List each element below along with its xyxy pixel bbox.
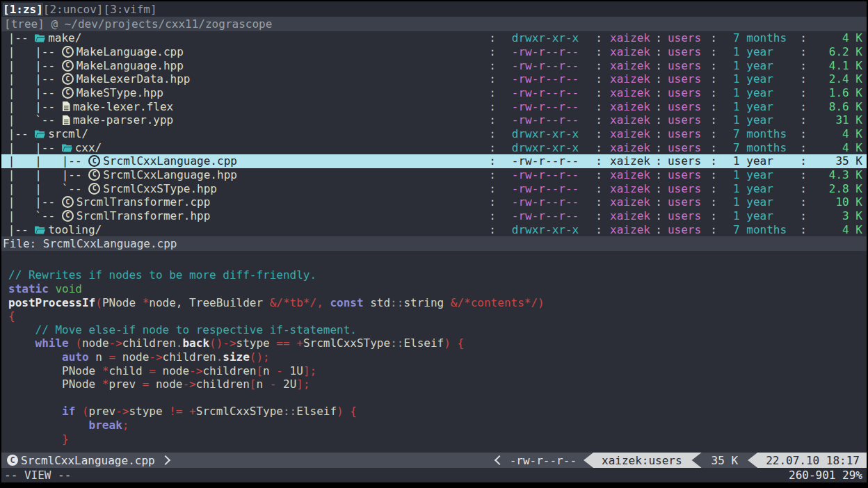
meta-separator: : <box>704 100 723 113</box>
file-row[interactable]: | |-- CSrcmlTransformer.cpp:-rw-r--r--:x… <box>1 195 867 209</box>
file-size: 4 K <box>812 127 862 140</box>
file-name[interactable]: SrcmlCxxLanguage.hpp <box>103 168 237 181</box>
meta-separator: : <box>652 223 665 236</box>
code-token: ) <box>337 405 344 418</box>
code-token: :: <box>283 405 296 418</box>
file-perms: -rw-r--r-- <box>501 72 590 86</box>
meta-separator: : <box>704 127 723 140</box>
file-name[interactable]: MakeSType.hpp <box>77 86 163 99</box>
file-size: 31 K <box>812 113 862 127</box>
code-line: auto n = node->children.size(); <box>8 350 867 364</box>
code-token: Elseif <box>296 405 337 418</box>
file-size: 4 K <box>812 223 862 236</box>
file-row[interactable]: | `-- CSrcmlTransformer.hpp:-rw-r--r--:x… <box>1 209 867 223</box>
code-preview: // Rewrites if nodes to be more diff-fri… <box>1 251 867 453</box>
doc-file-icon <box>62 101 70 111</box>
code-token: + <box>189 405 196 418</box>
file-perms: drwxr-xr-x <box>501 141 590 154</box>
file-size: 4 K <box>812 141 862 154</box>
status-filename: SrcmlCxxLanguage.cpp <box>21 454 155 467</box>
file-row[interactable]: | |-- CMakeLexerData.hpp:-rw-r--r--:xaiz… <box>1 72 867 86</box>
file-owner: xaizek <box>608 209 652 222</box>
file-name[interactable]: make-parser.ypp <box>73 113 174 127</box>
code-token: - <box>270 377 277 391</box>
status-left: C SrcmlCxxLanguage.cpp <box>1 454 169 467</box>
meta-separator: : <box>484 223 501 236</box>
code-line: } <box>8 432 867 446</box>
file-perms: drwxr-xr-x <box>501 31 590 44</box>
code-token: (); <box>250 350 270 364</box>
file-row[interactable]: |-- srcml/:drwxr-xr-x:xaizek:users:7 mon… <box>1 127 867 141</box>
file-group: users <box>665 31 704 44</box>
code-token: } <box>62 432 69 446</box>
code-token: std <box>364 296 391 309</box>
status-datetime: 22.07.10 18:17 <box>748 453 867 468</box>
file-name[interactable]: SrcmlTransformer.hpp <box>77 209 211 222</box>
file-name[interactable]: SrcmlCxxSType.hpp <box>103 182 217 195</box>
tree-branch: | |-- <box>1 72 62 86</box>
tab-vifm[interactable]: [3:vifm] <box>104 3 157 16</box>
file-row[interactable]: | |-- CMakeLanguage.hpp:-rw-r--r--:xaize… <box>1 58 867 72</box>
code-token <box>8 405 62 418</box>
code-token: ( <box>95 296 102 309</box>
file-group: users <box>665 86 704 99</box>
file-name[interactable]: SrcmlCxxLanguage.cpp <box>103 154 237 168</box>
command-line: -- VIEW -- 260-901 29% <box>1 468 867 482</box>
code-token: // Rewrites if nodes to be more diff-fri… <box>8 268 316 282</box>
file-size: 4 K <box>812 31 862 44</box>
file-row[interactable]: | |-- make-lexer.flex:-rw-r--r--:xaizek:… <box>1 99 867 113</box>
scroll-position: 260-901 29% <box>789 469 862 482</box>
code-token: + <box>296 336 303 350</box>
code-token: = <box>143 377 150 391</box>
meta-separator: : <box>484 45 501 58</box>
file-perms: -rw-r--r-- <box>501 168 590 181</box>
file-row[interactable]: | `-- make-parser.ypp:-rw-r--r--:xaizek:… <box>1 113 867 127</box>
file-row[interactable]: | | `-- CSrcmlCxxSType.hpp:-rw-r--r--:xa… <box>1 181 867 195</box>
file-row[interactable]: | | |-- CSrcmlCxxLanguage.hpp:-rw-r--r--… <box>1 168 867 182</box>
file-row[interactable]: |-- make/:drwxr-xr-x:xaizek:users:7 mont… <box>1 31 867 45</box>
code-token: postProcessIf <box>8 296 95 309</box>
code-token: 1U <box>283 364 303 377</box>
owner-group-text: xaizek:users <box>602 454 682 467</box>
code-token: size <box>223 350 250 364</box>
code-token: &/*contents*/) <box>451 296 545 309</box>
code-token: SrcmlCxxSType <box>196 405 283 418</box>
file-date: 1 year <box>723 195 794 209</box>
tree-branch: |-- <box>1 127 35 140</box>
file-name[interactable]: make/ <box>48 31 81 44</box>
file-name[interactable]: tooling/ <box>48 223 102 236</box>
file-row[interactable]: | |-- CMakeSType.hpp:-rw-r--r--:xaizek:u… <box>1 86 867 100</box>
file-date: 1 year <box>723 72 794 86</box>
meta-separator: : <box>704 209 723 222</box>
code-token: &/*tb*/, <box>270 296 323 309</box>
meta-separator: : <box>794 72 812 86</box>
code-line <box>8 391 867 405</box>
tab-uncov[interactable]: [2:uncov] <box>43 3 104 16</box>
meta-separator: : <box>590 154 608 168</box>
file-name[interactable]: MakeLanguage.cpp <box>77 45 184 58</box>
code-token: n <box>89 350 109 364</box>
file-name[interactable]: cxx/ <box>75 141 102 154</box>
file-row[interactable]: |-- tooling/:drwxr-xr-x:xaizek:users:7 m… <box>1 222 867 236</box>
meta-separator: : <box>652 31 665 44</box>
file-row[interactable]: | | |-- CSrcmlCxxLanguage.cpp:-rw-r--r--… <box>1 154 867 168</box>
meta-separator: : <box>652 168 665 181</box>
file-date: 1 year <box>723 59 794 72</box>
tab-zs[interactable]: [1:zs] <box>3 3 43 16</box>
file-owner: xaizek <box>608 100 652 113</box>
file-meta: :-rw-r--r--:xaizek:users:1 year:1.6 K <box>484 86 867 99</box>
file-row[interactable]: | |-- cxx/:drwxr-xr-x:xaizek:users:7 mon… <box>1 140 867 154</box>
tree-branch: | | |-- <box>1 168 88 181</box>
file-row[interactable]: | |-- CMakeLanguage.cpp:-rw-r--r--:xaize… <box>1 45 867 59</box>
file-name[interactable]: SrcmlTransformer.cpp <box>77 195 211 209</box>
meta-separator: : <box>794 31 812 44</box>
file-name[interactable]: srcml/ <box>48 127 88 140</box>
cpp-file-icon: C <box>62 87 74 99</box>
meta-separator: : <box>484 72 501 86</box>
code-token: if <box>62 405 75 418</box>
file-name[interactable]: MakeLexerData.hpp <box>77 72 191 86</box>
file-name[interactable]: make-lexer.flex <box>73 100 174 113</box>
code-token: node <box>149 377 182 391</box>
file-name[interactable]: MakeLanguage.hpp <box>77 59 184 72</box>
meta-separator: : <box>794 209 812 222</box>
